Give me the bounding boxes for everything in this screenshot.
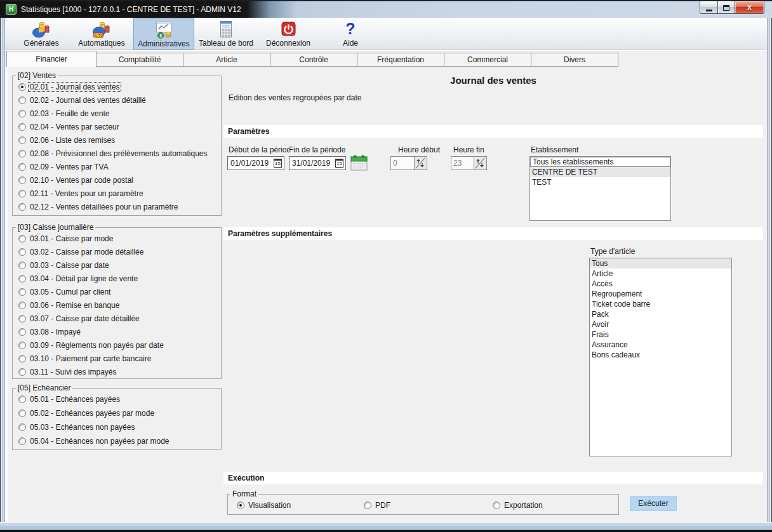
list-item[interactable]: Article — [590, 269, 731, 279]
report-option[interactable]: 03.10 - Paiement par carte bancaire — [13, 352, 221, 365]
report-option[interactable]: 02.09 - Ventes par TVA — [13, 160, 221, 173]
report-option[interactable]: 03.09 - Règlements non payés par date — [13, 338, 221, 352]
report-option[interactable]: 05.04 - Echéances non payées par mode — [13, 434, 221, 448]
radio-icon[interactable] — [18, 342, 26, 349]
report-option[interactable]: 03.05 - Cumul par client — [13, 285, 221, 298]
radio-icon[interactable] — [18, 423, 26, 431]
radio-icon[interactable] — [493, 502, 500, 509]
radio-icon[interactable] — [18, 83, 26, 91]
radio-icon[interactable] — [18, 176, 26, 184]
radio-icon[interactable] — [18, 150, 26, 157]
tab-frequentation[interactable]: Fréquentation — [357, 53, 444, 67]
hour-end-spinner[interactable]: 23 — [451, 156, 487, 170]
list-item[interactable]: Tous — [590, 258, 731, 269]
radio-icon[interactable] — [18, 288, 26, 296]
report-option[interactable]: 03.04 - Détail par ligne de vente — [13, 272, 221, 285]
list-item[interactable]: Tous les établissements — [530, 157, 670, 167]
report-option[interactable]: 02.12 - Ventes détaillées pour un paramè… — [13, 200, 221, 213]
radio-icon[interactable] — [18, 123, 26, 131]
report-option[interactable]: 02.11 - Ventes pour un paramètre — [13, 187, 221, 200]
list-item[interactable]: CENTRE DE TEST — [530, 167, 670, 177]
radio-icon[interactable] — [18, 190, 26, 197]
radio-icon[interactable] — [18, 315, 26, 323]
toolbar-item-automatiques[interactable]: AUTO Automatiques — [71, 18, 132, 50]
radio-icon[interactable] — [18, 96, 26, 104]
format-option-exportation[interactable]: Exportation — [493, 501, 543, 510]
establishment-listbox[interactable]: Tous les établissementsCENTRE DE TESTTES… — [529, 156, 671, 221]
list-item[interactable]: Pack — [590, 309, 731, 319]
spinner-buttons-icon[interactable] — [414, 157, 427, 170]
report-option[interactable]: 02.03 - Feuille de vente — [13, 107, 221, 120]
toolbar-item-deconnexion[interactable]: Déconnexion — [258, 18, 319, 50]
list-item[interactable]: Frais — [590, 329, 731, 340]
radio-icon[interactable] — [18, 302, 26, 309]
radio-icon[interactable] — [18, 396, 26, 403]
radio-icon[interactable] — [18, 262, 26, 269]
close-button[interactable]: X — [735, 1, 764, 14]
execute-button[interactable]: Exécuter — [630, 496, 677, 511]
list-item[interactable]: Assurance — [590, 340, 731, 350]
report-option[interactable]: 05.01 - Echéances payées — [13, 392, 221, 406]
list-item[interactable]: Accès — [590, 279, 731, 289]
tab-commercial[interactable]: Commercial — [444, 53, 531, 67]
radio-icon[interactable] — [18, 110, 26, 117]
list-item[interactable]: Regroupement — [590, 289, 731, 299]
report-option[interactable]: 02.02 - Journal des ventes détaillé — [13, 93, 221, 107]
radio-icon[interactable] — [18, 248, 26, 256]
format-option-visualisation[interactable]: Visualisation — [237, 501, 364, 510]
report-option[interactable]: 05.02 - Echéances payées par mode — [13, 406, 221, 420]
minimize-button[interactable] — [700, 1, 718, 14]
radio-icon[interactable] — [18, 355, 26, 362]
toolbar-item-administratives[interactable]: $ Administratives — [133, 18, 194, 50]
radio-icon[interactable] — [18, 328, 26, 336]
spinner-buttons-icon[interactable] — [474, 157, 486, 170]
period-start-input[interactable]: 01/01/2019 15 — [227, 156, 284, 170]
toolbar-item-generales[interactable]: Générales — [13, 18, 70, 50]
report-option[interactable]: 02.08 - Prévisionnel des prélèvements au… — [13, 147, 221, 160]
tab-divers[interactable]: Divers — [531, 53, 618, 67]
maximize-button[interactable] — [718, 1, 735, 14]
report-option[interactable]: 03.02 - Caisse par mode détaillée — [13, 245, 221, 258]
calendar-icon[interactable] — [350, 154, 368, 171]
radio-icon[interactable] — [18, 203, 26, 211]
radio-icon[interactable] — [18, 163, 26, 171]
report-option[interactable]: 02.01 - Journal des ventes — [13, 80, 221, 93]
radio-icon[interactable] — [18, 409, 26, 417]
toolbar-item-aide[interactable]: ?Aide — [320, 18, 381, 50]
report-option[interactable]: 03.07 - Caisse par date détaillée — [13, 312, 221, 325]
radio-icon[interactable] — [18, 437, 26, 445]
dashboard-icon — [216, 19, 236, 39]
radio-icon[interactable] — [18, 136, 26, 144]
list-item[interactable]: Ticket code barre — [590, 299, 731, 309]
svg-text:AUTO: AUTO — [94, 34, 103, 37]
radio-icon[interactable] — [364, 502, 371, 509]
report-option[interactable]: 05.03 - Echéances non payées — [13, 420, 221, 434]
format-option-pdf[interactable]: PDF — [364, 501, 493, 510]
toolbar-item-tableau-de-bord[interactable]: Tableau de bord — [196, 18, 256, 50]
report-option[interactable]: 03.06 - Remise en banque — [13, 298, 221, 312]
tab-controle[interactable]: Contrôle — [270, 53, 357, 67]
radio-icon[interactable] — [18, 235, 26, 243]
article-type-listbox[interactable]: TousArticleAccèsRegroupementTicket code … — [589, 258, 732, 456]
radio-icon[interactable] — [18, 368, 26, 376]
datepicker-button[interactable]: 15 — [273, 158, 283, 168]
report-option[interactable]: 03.11 - Suivi des impayés — [13, 365, 221, 378]
report-option[interactable]: 03.01 - Caisse par mode — [13, 232, 221, 245]
list-item[interactable]: Bons cadeaux — [590, 350, 731, 360]
report-option[interactable]: 02.10 - Ventes par code postal — [13, 173, 221, 187]
tab-comptabilite[interactable]: Comptabilité — [96, 53, 183, 67]
tab-financier[interactable]: Financier — [6, 51, 96, 67]
datepicker-button[interactable]: 15 — [335, 158, 344, 168]
list-item[interactable]: Avoir — [590, 319, 731, 329]
report-option[interactable]: 03.03 - Caisse par date — [13, 258, 221, 272]
period-end-input[interactable]: 31/01/2019 15 — [289, 156, 346, 170]
tab-article[interactable]: Article — [183, 53, 270, 67]
radio-icon[interactable] — [237, 502, 244, 509]
report-option[interactable]: 02.06 - Liste des remises — [13, 133, 221, 147]
report-option[interactable]: 02.04 - Ventes par secteur — [13, 120, 221, 133]
radio-icon[interactable] — [18, 275, 26, 283]
list-item[interactable]: TEST — [530, 177, 670, 187]
report-option[interactable]: 03.08 - Impayé — [13, 325, 221, 338]
hour-start-spinner[interactable]: 0 — [390, 156, 427, 170]
app-logo-icon[interactable]: H — [6, 4, 17, 15]
